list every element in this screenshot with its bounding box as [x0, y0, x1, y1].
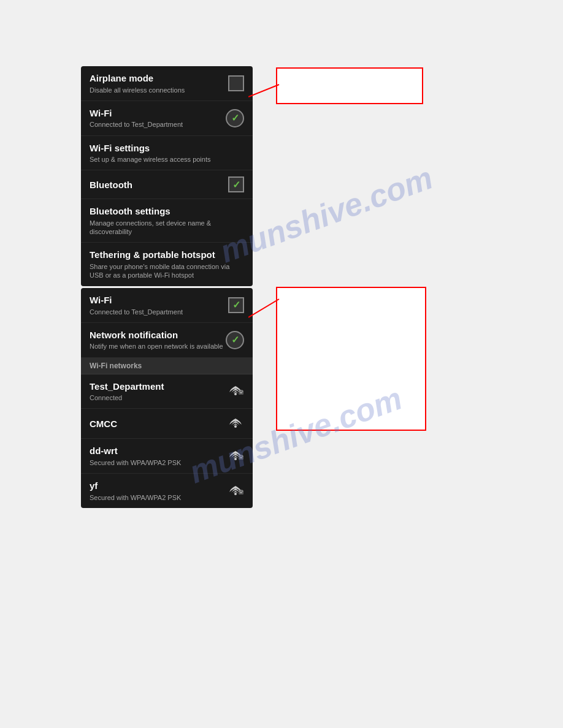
svg-point-9 [234, 493, 237, 495]
airplane-mode-text: Airplane mode Disable all wireless conne… [90, 72, 228, 94]
network-notification-title: Network notification [90, 329, 226, 341]
bluetooth-settings-subtitle: Manage connections, set device name & di… [90, 219, 244, 237]
network-yf-name: yf [90, 480, 227, 492]
bluetooth-checkmark: ✓ [232, 179, 240, 191]
wifi-settings-text: Wi-Fi settings Set up & manage wireless … [90, 142, 244, 164]
network-notification-checkmark: ✓ [231, 334, 239, 346]
network-dd-wrt-name: dd-wrt [90, 445, 227, 457]
svg-point-12 [240, 492, 242, 493]
wifi-text: Wi-Fi Connected to Test_Department [90, 107, 226, 129]
wifi-networks-header: Wi-Fi networks [81, 358, 253, 374]
airplane-mode-checkbox[interactable] [228, 75, 244, 91]
wifi-bottom-checkbox[interactable]: ✓ [228, 297, 244, 313]
airplane-mode-subtitle: Disable all wireless connections [90, 86, 228, 94]
network-notification-text: Network notification Notify me when an o… [90, 329, 226, 351]
svg-point-3 [240, 392, 242, 393]
wifi-bottom-title: Wi-Fi [90, 294, 228, 306]
wifi-secured-icon-test [227, 382, 244, 400]
network-test-department-name: Test_Department [90, 381, 227, 393]
wifi-bottom-text: Wi-Fi Connected to Test_Department [90, 294, 228, 316]
wifi-secured-icon-ddwrt [227, 447, 244, 464]
network-notification-checkbox[interactable]: ✓ [226, 331, 244, 349]
svg-point-0 [234, 393, 237, 395]
wifi-bottom-checkmark: ✓ [232, 299, 240, 311]
annotation-arrow-bottom [248, 287, 285, 324]
svg-line-14 [248, 299, 279, 317]
annotation-box-bottom [276, 287, 426, 431]
wifi-bottom-row[interactable]: Wi-Fi Connected to Test_Department ✓ [81, 288, 253, 323]
network-yf-status: Secured with WPA/WPA2 PSK [90, 493, 227, 502]
airplane-mode-title: Airplane mode [90, 72, 228, 85]
bluetooth-row[interactable]: Bluetooth ✓ [81, 170, 253, 199]
network-dd-wrt[interactable]: dd-wrt Secured with WPA/WPA2 PSK [81, 439, 253, 474]
svg-point-8 [240, 457, 242, 458]
settings-panel-top: Airplane mode Disable all wireless conne… [81, 66, 253, 286]
wifi-row[interactable]: Wi-Fi Connected to Test_Department ✓ [81, 101, 253, 136]
network-notification-subtitle: Notify me when an open network is availa… [90, 342, 226, 351]
network-dd-wrt-status: Secured with WPA/WPA2 PSK [90, 458, 227, 467]
airplane-mode-row[interactable]: Airplane mode Disable all wireless conne… [81, 66, 253, 101]
tethering-row[interactable]: Tethering & portable hotspot Share your … [81, 243, 253, 286]
wifi-open-icon-cmcc [227, 415, 244, 432]
network-test-department-status: Connected [90, 393, 227, 402]
settings-panel-bottom: Wi-Fi Connected to Test_Department ✓ Net… [81, 288, 253, 508]
bluetooth-settings-title: Bluetooth settings [90, 205, 244, 218]
svg-point-4 [234, 425, 237, 428]
network-cmcc-text: CMCC [90, 418, 227, 430]
bluetooth-settings-row[interactable]: Bluetooth settings Manage connections, s… [81, 199, 253, 243]
annotation-arrow-top [248, 66, 285, 103]
network-yf-text: yf Secured with WPA/WPA2 PSK [90, 480, 227, 502]
wifi-settings-row[interactable]: Wi-Fi settings Set up & manage wireless … [81, 136, 253, 171]
tethering-text: Tethering & portable hotspot Share your … [90, 249, 244, 279]
network-cmcc[interactable]: CMCC [81, 409, 253, 439]
wifi-bottom-subtitle: Connected to Test_Department [90, 308, 228, 316]
network-test-department-text: Test_Department Connected [90, 381, 227, 403]
wifi-checkmark: ✓ [231, 112, 239, 124]
wifi-settings-subtitle: Set up & manage wireless access points [90, 155, 244, 164]
svg-line-13 [248, 85, 279, 97]
bluetooth-text: Bluetooth [90, 179, 228, 191]
network-test-department[interactable]: Test_Department Connected [81, 374, 253, 409]
annotation-box-top [276, 67, 423, 104]
tethering-title: Tethering & portable hotspot [90, 249, 244, 261]
bluetooth-checkbox[interactable]: ✓ [228, 176, 244, 192]
network-yf[interactable]: yf Secured with WPA/WPA2 PSK [81, 474, 253, 508]
wifi-secured-icon-yf [227, 482, 244, 499]
svg-point-5 [234, 458, 237, 460]
network-notification-row[interactable]: Network notification Notify me when an o… [81, 323, 253, 358]
bluetooth-title: Bluetooth [90, 179, 228, 191]
tethering-subtitle: Share your phone's mobile data connectio… [90, 262, 244, 280]
wifi-title: Wi-Fi [90, 107, 226, 119]
wifi-checkbox[interactable]: ✓ [226, 109, 244, 127]
wifi-subtitle: Connected to Test_Department [90, 120, 226, 129]
wifi-settings-title: Wi-Fi settings [90, 142, 244, 154]
bluetooth-settings-text: Bluetooth settings Manage connections, s… [90, 205, 244, 236]
network-dd-wrt-text: dd-wrt Secured with WPA/WPA2 PSK [90, 445, 227, 467]
network-cmcc-name: CMCC [90, 418, 227, 430]
